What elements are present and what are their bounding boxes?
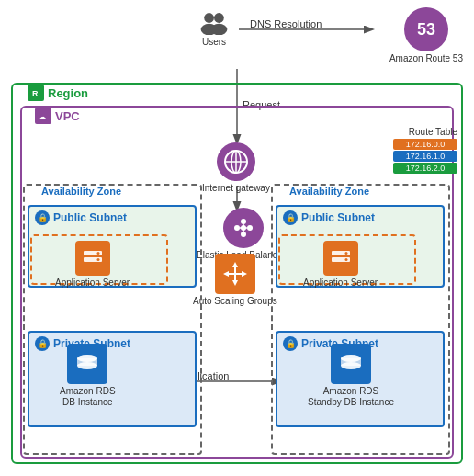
igw-label: Internet gateway — [202, 183, 270, 194]
app-server-left-svg — [82, 247, 104, 269]
svg-point-44 — [77, 355, 97, 362]
app-server-left-label: Application Server — [55, 278, 130, 289]
svg-point-9 — [214, 13, 224, 23]
dns-resolution-label: DNS Resolution — [250, 18, 322, 29]
public-subnet-right-text: Public Subnet — [301, 211, 375, 224]
app-server-right-icon-container: Application Server — [303, 241, 378, 289]
app-server-left-square — [75, 241, 110, 276]
igw-circle — [217, 142, 255, 181]
svg-text:☁: ☁ — [39, 113, 46, 121]
igw-icon-container: Internet gateway — [202, 142, 270, 194]
users-icon-container: Users — [198, 9, 231, 48]
diagram: DNS Resolution Request Replication Users… — [0, 0, 474, 476]
rds-left-square — [67, 344, 107, 384]
app-server-right-svg — [330, 247, 352, 269]
route-table-label: Route Table — [409, 127, 457, 137]
route53-icon-container: 53 Amazon Route 53 — [389, 7, 463, 64]
svg-marker-31 — [223, 271, 229, 277]
private-subnet-left-icon: 🔒 — [35, 336, 50, 351]
private-subnet-right-icon: 🔒 — [283, 336, 298, 351]
svg-text:R: R — [32, 89, 39, 98]
svg-marker-30 — [232, 280, 238, 286]
route-entry-2: 172.16.2.0 — [393, 163, 457, 174]
public-subnet-left-label: 🔒 Public Subnet — [29, 207, 195, 229]
rds-right-icon-container: Amazon RDS Standby DB Instance — [308, 344, 394, 408]
app-server-right-label: Application Server — [303, 278, 378, 289]
svg-point-39 — [344, 252, 347, 255]
users-label: Users — [202, 37, 226, 48]
svg-point-8 — [204, 13, 214, 23]
asg-icon-svg — [222, 261, 248, 287]
route53-label: Amazon Route 53 — [389, 53, 463, 64]
vpc-text: VPC — [55, 109, 80, 123]
svg-point-22 — [241, 219, 246, 224]
rds-left-icon-container: Amazon RDS DB Instance — [60, 344, 116, 408]
route53-number: 53 — [417, 20, 435, 40]
elb-circle — [223, 208, 264, 248]
public-subnet-right-icon: 🔒 — [283, 210, 298, 225]
rds-right-svg — [338, 351, 364, 377]
route-entry-0: 172.16.0.0 — [393, 139, 457, 150]
svg-marker-29 — [232, 262, 238, 267]
svg-point-21 — [247, 225, 253, 231]
rds-right-line2: Standby DB Instance — [308, 397, 394, 408]
elb-icon-svg — [231, 215, 256, 241]
app-server-left-icon-container: Application Server — [55, 241, 130, 289]
vpc-label: ☁ VPC — [35, 108, 80, 124]
svg-point-48 — [341, 355, 361, 362]
region-icon: R — [28, 85, 44, 101]
route-table: Route Table 172.16.0.0 172.16.1.0 172.16… — [393, 127, 457, 175]
users-icon — [198, 9, 231, 35]
rds-right-line1: Amazon RDS — [308, 386, 394, 397]
vpc-icon: ☁ — [35, 108, 51, 124]
rds-right-label: Amazon RDS Standby DB Instance — [308, 386, 394, 408]
svg-marker-32 — [242, 271, 247, 277]
rds-right-square — [331, 344, 371, 384]
region-label: R Region — [28, 85, 88, 101]
rds-left-line2: DB Instance — [60, 397, 116, 408]
region-icon-svg: R — [30, 87, 41, 98]
svg-point-36 — [96, 258, 99, 261]
svg-point-43 — [77, 362, 97, 369]
public-subnet-left-icon: 🔒 — [35, 210, 50, 225]
svg-point-35 — [96, 252, 99, 255]
svg-point-20 — [234, 225, 240, 231]
svg-point-26 — [241, 225, 246, 231]
asg-square — [215, 254, 255, 294]
svg-point-40 — [344, 258, 347, 261]
rds-left-label: Amazon RDS DB Instance — [60, 386, 116, 408]
route-entry-1: 172.16.1.0 — [393, 151, 457, 162]
route53-circle: 53 — [404, 7, 448, 51]
svg-point-47 — [341, 362, 361, 369]
svg-point-11 — [210, 24, 227, 35]
asg-icon-container: Auto Scaling Groups — [193, 254, 277, 307]
vpc-icon-svg: ☁ — [38, 110, 49, 121]
igw-icon-svg — [223, 149, 249, 175]
asg-label: Auto Scaling Groups — [193, 296, 277, 307]
rds-left-svg — [74, 351, 100, 377]
svg-point-23 — [241, 232, 246, 237]
rds-left-line1: Amazon RDS — [60, 386, 116, 397]
region-text: Region — [48, 86, 88, 100]
public-subnet-left-text: Public Subnet — [53, 211, 127, 224]
public-subnet-right-label: 🔒 Public Subnet — [277, 207, 443, 229]
app-server-right-square — [323, 241, 358, 276]
